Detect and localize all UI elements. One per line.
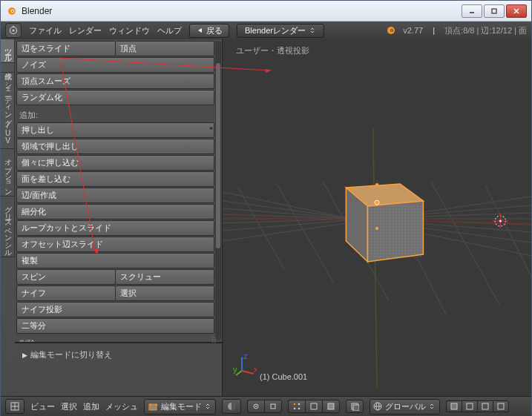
scene-stats: 頂点:8/8 | 辺:12/12 | 面 bbox=[444, 25, 527, 36]
blender-app-icon bbox=[5, 5, 17, 17]
axis-gizmo-icon: x y z bbox=[233, 354, 257, 378]
menu-help[interactable]: ヘルプ bbox=[157, 25, 182, 36]
svg-text:x: x bbox=[254, 365, 257, 374]
btn-screw[interactable]: スクリュー bbox=[116, 269, 214, 285]
vtab-shading-uv[interactable]: シェーディング/UV bbox=[1, 73, 15, 149]
mode-label: 編集モード bbox=[161, 401, 202, 412]
svg-rect-31 bbox=[370, 204, 422, 259]
editmode-icon bbox=[148, 401, 158, 412]
svg-point-35 bbox=[375, 227, 378, 230]
btn-vertex[interactable]: 頂点 bbox=[116, 41, 214, 56]
maximize-button[interactable] bbox=[484, 4, 505, 18]
back-button[interactable]: 戻る bbox=[189, 24, 229, 38]
chevron-updown-icon bbox=[309, 27, 316, 34]
editor-type-3dview[interactable] bbox=[5, 399, 24, 414]
editor-type-button[interactable] bbox=[5, 23, 22, 38]
vertex-select-button[interactable] bbox=[288, 400, 305, 413]
svg-point-60 bbox=[294, 403, 296, 406]
layer-btn-4[interactable] bbox=[493, 400, 509, 412]
btn-offset-edge-slide[interactable]: オフセット辺スライド bbox=[16, 237, 214, 252]
panel-grip-icon[interactable]: ⠿ bbox=[211, 336, 217, 346]
app-window: Blender ファイル レンダー ウィンドウ ヘルプ 戻る Blenderレン… bbox=[0, 0, 532, 416]
btn-edge-slide[interactable]: 辺をスライド bbox=[16, 41, 116, 56]
svg-line-24 bbox=[431, 182, 501, 306]
close-button[interactable] bbox=[506, 4, 527, 18]
btn-subdivide[interactable]: 細分化 bbox=[16, 204, 214, 219]
btn-extrude-individual[interactable]: 個々に押し込む bbox=[16, 155, 214, 171]
svg-point-63 bbox=[298, 408, 301, 410]
vtab-create[interactable]: 作成 bbox=[1, 63, 15, 73]
info-header: ファイル レンダー ウィンドウ ヘルプ 戻る Blenderレンダー v2.77… bbox=[1, 22, 531, 39]
limit-selection-button[interactable] bbox=[346, 400, 364, 413]
toolshelf-tabs: ツール 作成 シェーディング/UV オプション グリースペンシル bbox=[1, 39, 15, 396]
edge-select-button[interactable] bbox=[305, 400, 322, 413]
menu-add[interactable]: 追加 bbox=[83, 401, 99, 412]
svg-point-8 bbox=[13, 30, 15, 32]
btn-spin[interactable]: スピン bbox=[16, 269, 116, 285]
pivot-group bbox=[247, 400, 282, 413]
svg-text:z: z bbox=[243, 354, 248, 360]
btn-bisect[interactable]: 二等分 bbox=[16, 318, 214, 334]
btn-knife-project[interactable]: ナイフ投影 bbox=[16, 302, 214, 317]
label-add: 追加: bbox=[19, 110, 214, 121]
face-select-button[interactable] bbox=[322, 400, 340, 413]
vtab-tool[interactable]: ツール bbox=[1, 39, 15, 63]
svg-point-58 bbox=[255, 406, 257, 407]
active-object-label: (1) Cube.001 bbox=[260, 372, 307, 381]
menu-select[interactable]: 選択 bbox=[61, 401, 77, 412]
vtab-grease-pencil[interactable]: グリースペンシル bbox=[1, 197, 15, 257]
back-label: 戻る bbox=[206, 25, 223, 36]
svg-point-2 bbox=[12, 10, 13, 12]
blender-logo-icon bbox=[385, 25, 395, 36]
manipulate-center-button[interactable] bbox=[264, 400, 282, 413]
svg-point-62 bbox=[294, 408, 296, 410]
btn-loopcut-slide[interactable]: ループカットとスライド bbox=[16, 220, 214, 236]
pivot-button[interactable] bbox=[247, 400, 264, 413]
menu-view[interactable]: ビュー bbox=[30, 401, 55, 412]
scrollbar-thumb[interactable] bbox=[216, 63, 220, 248]
menu-mesh[interactable]: メッシュ bbox=[105, 401, 138, 412]
svg-rect-76 bbox=[482, 403, 488, 409]
svg-point-54 bbox=[150, 404, 151, 406]
btn-extrude[interactable]: 押し出し bbox=[16, 122, 214, 138]
menu-window[interactable]: ウィンドウ bbox=[109, 25, 150, 36]
btn-make-edge-face[interactable]: 辺/面作成 bbox=[16, 188, 214, 203]
btn-vertex-smooth[interactable]: 頂点スムーズ bbox=[16, 73, 214, 89]
vtab-option[interactable]: オプション bbox=[1, 149, 15, 197]
render-engine-label: Blenderレンダー bbox=[245, 25, 306, 36]
btn-noise[interactable]: ノイズ bbox=[16, 57, 214, 73]
projection-label: ユーザー・透視投影 bbox=[236, 45, 309, 56]
minimize-button[interactable] bbox=[462, 4, 482, 18]
btn-knife-select[interactable]: 選択 bbox=[116, 285, 214, 301]
btn-duplicate[interactable]: 複製 bbox=[16, 253, 214, 268]
3d-viewport[interactable]: ユーザー・透視投影 (1) Cube.001 x y z bbox=[223, 39, 531, 396]
render-engine-dropdown[interactable]: Blenderレンダー bbox=[237, 24, 324, 38]
btn-extrude-region[interactable]: 領域で押し出し bbox=[16, 139, 214, 154]
version-label: v2.77 bbox=[403, 26, 423, 35]
svg-rect-68 bbox=[328, 403, 334, 409]
layer-btn-3[interactable] bbox=[477, 400, 493, 412]
layer-btn-2[interactable] bbox=[462, 400, 477, 412]
btn-randomize[interactable]: ランダム化 bbox=[16, 90, 214, 105]
shading-mode-button[interactable] bbox=[222, 399, 241, 414]
globe-icon bbox=[373, 402, 382, 411]
btn-inset[interactable]: 面を差し込む bbox=[16, 171, 214, 187]
svg-rect-75 bbox=[467, 403, 473, 409]
layer-btn-1[interactable] bbox=[446, 400, 462, 412]
menu-file[interactable]: ファイル bbox=[29, 25, 62, 36]
view3d-header: ビュー 選択 追加 メッシュ 編集モード グローバル bbox=[1, 396, 531, 416]
menu-render[interactable]: レンダー bbox=[69, 25, 102, 36]
disclosure-triangle-icon[interactable]: ▶ bbox=[22, 351, 27, 359]
select-mode-group bbox=[288, 400, 340, 413]
window-title: Blender bbox=[22, 6, 462, 16]
mode-dropdown[interactable]: 編集モード bbox=[144, 399, 216, 415]
svg-rect-77 bbox=[498, 403, 504, 409]
titlebar: Blender bbox=[1, 1, 531, 22]
transform-orientation-dropdown[interactable]: グローバル bbox=[370, 399, 440, 415]
main-area: ツール 作成 シェーディング/UV オプション グリースペンシル 辺をスライド … bbox=[1, 39, 531, 396]
toolshelf: 辺をスライド 頂点 ノイズ 頂点スムーズ ランダム化 追加: 押し出し 領域で押… bbox=[15, 39, 223, 396]
svg-rect-74 bbox=[451, 403, 457, 409]
btn-knife[interactable]: ナイフ bbox=[16, 285, 116, 301]
svg-point-55 bbox=[156, 404, 157, 406]
toolshelf-scrollbar[interactable] bbox=[215, 41, 221, 340]
